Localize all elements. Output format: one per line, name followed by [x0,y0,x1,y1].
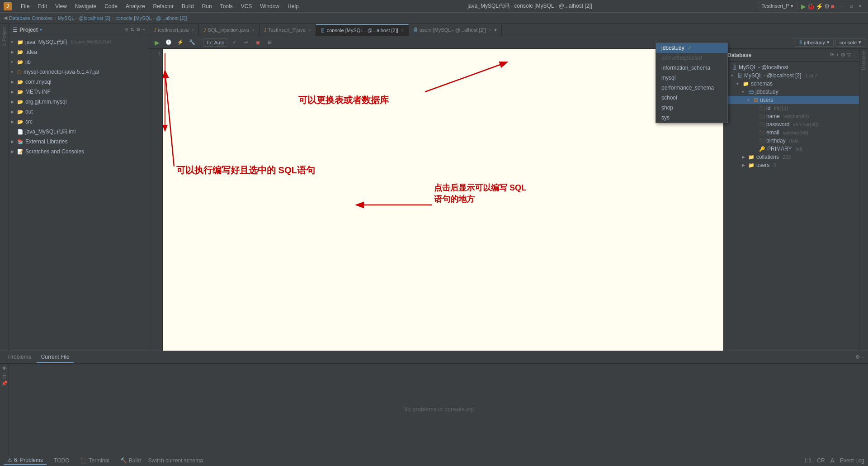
menu-analyze[interactable]: Analyze [122,2,149,10]
menu-file[interactable]: File [17,2,33,10]
rollback-button[interactable]: ↩ [241,38,251,48]
status-tab-todo[interactable]: TODO [50,456,73,465]
dropdown-performance-schema[interactable]: performance_schema [656,83,727,93]
meta-inf-folder[interactable]: ▶ 📂 META-INF [9,87,149,97]
menu-window[interactable]: Window [256,2,283,10]
db-users-folder[interactable]: ▶ 📁 users 3 [724,161,859,169]
mysql-connector-jar[interactable]: ▾ ⬡ mysql-connector-java-5.1.47.jar [9,67,149,77]
db-add-icon[interactable]: + [836,52,839,58]
db-jdbcstudy[interactable]: ▾ 🗃 jdbcstudy [724,88,859,96]
menu-run[interactable]: Run [198,2,216,10]
tab-close-2[interactable]: × [252,28,255,33]
settings-icon[interactable]: ⚙ [136,27,141,33]
menu-code[interactable]: Code [101,2,121,10]
explain-button[interactable]: ⚡ [175,38,185,48]
db-primary-key[interactable]: 🔑 PRIMARY (id) [724,145,859,153]
tab-users[interactable]: 🗄 users [MySQL - @...alhost [2]] × ▾ [409,24,502,36]
nav-back-button[interactable]: ◀ [4,15,7,21]
tab-console[interactable]: 🗄 console [MySQL - @...alhost [2]] × [316,24,409,36]
db-refresh-icon[interactable]: ⟳ [830,52,834,58]
dropdown-mysql[interactable]: mysql [656,73,727,83]
history-button[interactable]: 🕐 [164,38,174,48]
problems-list-icon[interactable]: ☰ [2,373,7,379]
editor-content-area[interactable]: 可以更换表或者数据库 可以执行编写好且选中的 SQL语句 点击后显示可以编写 S… [163,49,723,351]
coverage-button[interactable]: ⚡ [816,3,823,10]
stop-button[interactable]: ■ [831,3,835,10]
database-vert-label[interactable]: Database [860,49,867,72]
problems-eye-icon[interactable]: 👁 [2,366,7,371]
db-col-name[interactable]: ⬛ name varchar(40) [724,112,859,120]
execute-button[interactable]: ▶ [152,38,162,48]
src-folder[interactable]: ▶ 📂 src [9,117,149,127]
debug-button[interactable]: 🐞 [807,3,815,10]
tab-close-5[interactable]: × [489,28,491,33]
menu-refactor[interactable]: Refactor [150,2,177,10]
status-tab-problems[interactable]: ⚠ 6: Problems [4,456,47,465]
menu-edit[interactable]: Edit [34,2,51,10]
project-dropdown-arrow[interactable]: ▾ [40,27,42,32]
project-label[interactable]: 1: Project [1,25,8,48]
cancel-button[interactable]: ■ [253,38,263,48]
commit-button[interactable]: ✓ [229,38,239,48]
project-root[interactable]: ▾ 📁 java_MySQL代码 E:\java_MySQL代码 [9,37,149,47]
lib-folder[interactable]: ▾ 📂 lib [9,57,149,67]
menu-build[interactable]: Build [178,2,198,10]
tab-testinsert-java[interactable]: J testInsert.java × [149,24,199,36]
tab-chevron[interactable]: ▾ [494,27,497,33]
minimize-button[interactable]: − [838,2,846,10]
menu-view[interactable]: View [52,2,71,10]
db-filter-icon[interactable]: ▽ [847,52,851,58]
problems-minimize-icon[interactable]: − [862,354,864,360]
db-users-table[interactable]: ▾ ⊞ users [724,96,859,104]
dropdown-school[interactable]: school [656,93,727,103]
tab-testinsert-p[interactable]: J TestInsert_P.java × [259,24,316,36]
run-button[interactable]: ▶ [801,3,806,10]
org-gjt-folder[interactable]: ▶ 📂 org.gjt.mm.mysql [9,97,149,107]
tab-problems[interactable]: Problems [4,352,36,363]
menu-vcs[interactable]: VCS [237,2,256,10]
status-tab-terminal[interactable]: ⬛ Terminal [76,456,113,465]
db-minimize-icon[interactable]: − [853,52,855,58]
table-button[interactable]: ⊞ [264,38,274,48]
menu-navigate[interactable]: Navigate [71,2,100,10]
dropdown-shop[interactable]: shop [656,103,727,113]
event-log-link[interactable]: Event Log [840,457,864,464]
iml-file[interactable]: 📄 java_MySQL代码.iml [9,127,149,137]
breadcrumb-part-3[interactable]: console [MySQL - @...alhost [2]] [115,15,187,21]
dropdown-sys[interactable]: sys [656,113,727,123]
dropdown-jdbcstudy[interactable]: jdbcstudy ✓ [656,43,727,53]
console-selector[interactable]: console ▾ [835,38,865,47]
tab-sql-injection[interactable]: J SQL_injection.java × [199,24,259,36]
db-settings-icon[interactable]: ⚙ [841,52,845,58]
db-schemas[interactable]: ▾ 📁 schemas [724,80,859,88]
problems-settings-icon[interactable]: ⚙ [855,354,860,360]
external-libraries[interactable]: ▶ 📚 External Libraries [9,137,149,147]
close-button[interactable]: × [856,2,864,10]
problems-pin-icon[interactable]: 📌 [1,380,8,386]
schema-selector[interactable]: 🗄 jdbcstudy ▾ [794,38,834,47]
db-col-id[interactable]: ⬛ id int(11) [724,104,859,112]
tab-current-file[interactable]: Current File [37,352,74,363]
profile-button[interactable]: ⚙ [824,3,830,10]
tx-selector[interactable]: Tx: Auto [203,38,227,47]
out-folder[interactable]: ▶ 📂 out [9,107,149,117]
format-button[interactable]: 🔧 [187,38,197,48]
breadcrumb-part-1[interactable]: Database Consoles [9,15,52,21]
scratches-and-consoles[interactable]: ▶ 📝 Scratches and Consoles [9,147,149,157]
run-config-selector[interactable]: TestInsert_P ▾ [758,2,797,10]
expand-icon[interactable]: ⇅ [130,27,134,33]
idea-folder[interactable]: ▶ 📂 .idea [9,47,149,57]
tab-close-4[interactable]: × [401,28,404,33]
tab-close-1[interactable]: × [191,28,194,33]
dropdown-information-schema[interactable]: information_schema [656,63,727,73]
breadcrumb-part-2[interactable]: MySQL - @localhost [2] [58,15,110,21]
db-col-birthday[interactable]: ⬛ birthday date [724,137,859,145]
status-tab-build[interactable]: 🔨 Build [117,456,145,465]
maximize-button[interactable]: □ [847,2,855,10]
db-mysql-localhost-2[interactable]: ▾ 🗄 MySQL - @localhost [2] 1 of 7 [724,71,859,80]
db-col-password[interactable]: ⬛ password varchar(40) [724,120,859,128]
menu-tools[interactable]: Tools [217,2,236,10]
db-col-email[interactable]: ⬛ email varchar(60) [724,128,859,137]
menu-help[interactable]: Help [284,2,302,10]
gear-icon[interactable]: − [142,27,145,33]
